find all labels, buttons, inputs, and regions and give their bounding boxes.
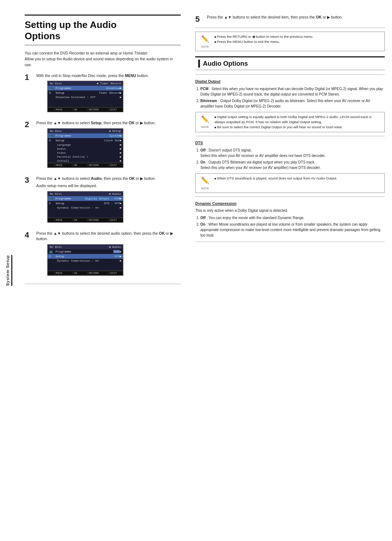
- screen-mockup-4: No Disc◀ Audio 📺 Programme PCM ▶ ⚙ Setup…: [47, 244, 123, 276]
- dts-section: DTS Off : Doesn't output DTS signal.Sele…: [195, 140, 385, 170]
- dts-divider: [195, 136, 385, 136]
- main-content: Setting up the Audio Options You can con…: [17, 15, 392, 526]
- note-icon-2: ✏️: [201, 114, 209, 124]
- screen-mockup-3: No Disc◀ Audio 📺 Programme Digital Outpu…: [47, 191, 123, 223]
- bottom-divider-right: [195, 242, 385, 242]
- dynamic-compression-divider: [195, 197, 385, 197]
- title-box: Setting up the Audio Options: [25, 15, 181, 45]
- page: System Setup Setting up the Audio Option…: [0, 0, 392, 541]
- note-box-2: ✏️ NOTE Digital output setting is equall…: [195, 112, 385, 133]
- step-4: 4 Press the ▲▼ buttons to select the des…: [25, 231, 181, 278]
- digital-output-section: Digital Output PCM : Select this when yo…: [195, 78, 385, 109]
- step-2: 2 Press the ▲▼ buttons to select Setup, …: [25, 120, 181, 170]
- note-box-3: ✏️ NOTE When DTS soundtrack is played, s…: [195, 173, 385, 193]
- right-column: 5 Press the ▲▼ buttons to select the des…: [192, 15, 385, 526]
- dynamic-compression-section: Dynamic Compression This is only active …: [195, 201, 385, 238]
- screen-mockup-1: No Disc◀ Timer Record 📺 Programme ShowVi…: [47, 81, 123, 112]
- note-icon-3: ✏️: [201, 176, 209, 186]
- note-icon-1: ✏️: [201, 34, 209, 44]
- bottom-divider-left: [25, 284, 181, 284]
- step-1: 1 With the unit in Stop mode/No Disc mod…: [25, 73, 181, 115]
- sidebar-label: System Setup: [5, 255, 12, 286]
- step-5-block: 5 Press the ▲▼ buttons to select the des…: [195, 15, 385, 28]
- left-column: Setting up the Audio Options You can con…: [25, 15, 192, 526]
- page-title: Setting up the Audio Options: [25, 19, 181, 42]
- audio-options-section-title: Audio Options: [195, 56, 385, 70]
- note-box-1: ✏️ NOTE Press the RETURN or ◀ button to …: [195, 32, 385, 51]
- section-divider: [195, 74, 385, 75]
- intro-text: You can connect the DVD Recorder to an e…: [25, 51, 181, 68]
- sidebar: System Setup: [0, 15, 17, 526]
- screen-mockup-2: No Disc◀ Setup 📺 Programme System ▶ ⚙ Se…: [47, 128, 123, 168]
- step-3: 3 Press the ▲▼ buttons to select Audio, …: [25, 176, 181, 225]
